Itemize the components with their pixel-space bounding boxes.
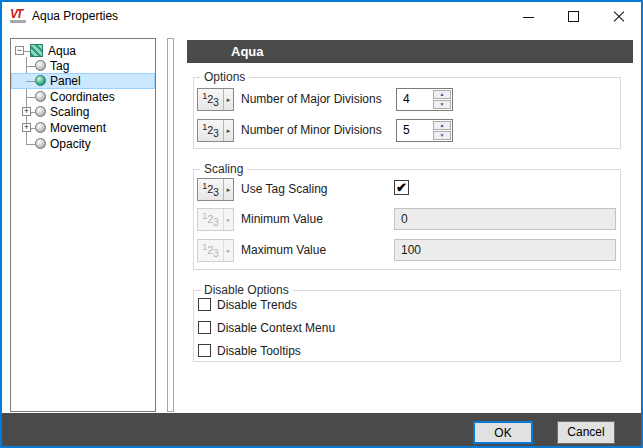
movement-node-icon	[35, 122, 46, 133]
123-icon: 123	[198, 120, 223, 141]
maximum-value-field: 100	[394, 239, 616, 261]
close-button[interactable]	[596, 2, 641, 31]
use-tag-scaling-checkbox[interactable]: ✔	[394, 180, 409, 195]
tag-node-icon	[35, 60, 46, 71]
checkbox-label: Disable Trends	[217, 294, 297, 317]
tree-item-panel[interactable]: Panel	[11, 73, 155, 89]
vt-logo-underline	[10, 20, 26, 23]
tree-splitter[interactable]	[167, 38, 174, 412]
disable-options-group: Disable Options Disable Trends Disable C…	[193, 290, 621, 362]
checkbox-label: Disable Context Menu	[217, 317, 335, 340]
spinner-value: 4	[403, 89, 410, 110]
field-label: Use Tag Scaling	[241, 178, 328, 201]
spinner-value: 5	[403, 120, 410, 141]
major-divisions-spinner[interactable]: 4 ▲ ▼	[396, 88, 453, 111]
field-label: Number of Minor Divisions	[241, 119, 382, 142]
tree-item-movement[interactable]: + Movement	[11, 120, 155, 136]
tree-connector	[26, 81, 35, 82]
field-value: 0	[395, 209, 615, 229]
tree-item-label: Opacity	[50, 136, 91, 152]
minimize-icon	[523, 17, 534, 18]
tree-item-label: Tag	[50, 58, 69, 74]
spin-up-icon[interactable]: ▲	[433, 121, 451, 130]
dropdown-arrow-icon: ▸	[223, 240, 233, 261]
expander-plus-icon[interactable]: +	[22, 123, 31, 132]
tree-connector	[26, 66, 35, 67]
dropdown-arrow-icon: ▸	[223, 89, 233, 110]
minimum-value-field: 0	[394, 208, 616, 230]
disable-context-menu-checkbox[interactable]	[198, 321, 211, 334]
dropdown-arrow-icon: ▸	[223, 179, 233, 200]
dropdown-arrow-icon: ▸	[223, 120, 233, 141]
tree-connector	[26, 97, 35, 98]
field-label: Minimum Value	[241, 208, 323, 231]
window-title: Aqua Properties	[32, 2, 118, 31]
minimize-button[interactable]	[506, 2, 551, 31]
field-label: Maximum Value	[241, 239, 326, 262]
property-tree: − Aqua Tag Panel Coordinates + Scaling	[10, 38, 156, 412]
checkbox-label: Disable Tooltips	[217, 340, 301, 363]
spinner-buttons: ▲ ▼	[433, 121, 451, 140]
group-title: Options	[200, 70, 249, 84]
options-group: Options 123 ▸ Number of Major Divisions …	[193, 77, 621, 149]
maximize-button[interactable]	[551, 2, 596, 31]
disable-trends-checkbox[interactable]	[198, 298, 211, 311]
field-label: Number of Major Divisions	[241, 88, 382, 111]
field-value: 100	[395, 240, 615, 260]
expression-toggle-button[interactable]: 123 ▸	[197, 119, 234, 142]
123-icon: 123	[198, 240, 223, 261]
opacity-node-icon	[35, 138, 46, 149]
tree-item-tag[interactable]: Tag	[11, 58, 155, 74]
titlebar: VT Aqua Properties	[2, 2, 641, 31]
expression-toggle-button[interactable]: 123 ▸	[197, 88, 234, 111]
scaling-node-icon	[35, 106, 46, 117]
maximize-icon	[568, 11, 579, 22]
cancel-button[interactable]: Cancel	[557, 421, 615, 444]
panel-header-bar: Aqua	[187, 40, 633, 63]
tree-item-opacity[interactable]: Opacity	[11, 136, 155, 152]
tree-connector	[26, 144, 35, 145]
tree-item-label: Panel	[50, 73, 81, 89]
scaling-group: Scaling 123 ▸ Use Tag Scaling ✔ 123 ▸ Mi…	[193, 169, 621, 270]
spin-up-icon[interactable]: ▲	[433, 90, 451, 99]
aqua-properties-dialog: VT Aqua Properties − Aqua Tag Panel	[0, 0, 643, 448]
123-icon: 123	[198, 209, 223, 230]
expression-toggle-button[interactable]: 123 ▸	[197, 178, 234, 201]
coordinates-node-icon	[35, 91, 46, 102]
expander-plus-icon[interactable]: +	[22, 107, 31, 116]
tree-item-aqua-root[interactable]: − Aqua	[11, 43, 155, 59]
disable-tooltips-checkbox[interactable]	[198, 344, 211, 357]
tree-item-label: Aqua	[48, 43, 76, 59]
dialog-footer: OK Cancel	[2, 413, 641, 446]
minor-divisions-spinner[interactable]: 5 ▲ ▼	[396, 119, 453, 142]
123-icon: 123	[198, 179, 223, 200]
tree-item-coordinates[interactable]: Coordinates	[11, 89, 155, 105]
expression-toggle-button-disabled: 123 ▸	[197, 208, 234, 231]
vt-app-icon: VT	[10, 7, 28, 25]
spin-down-icon[interactable]: ▼	[433, 131, 451, 140]
aqua-tag-icon	[30, 44, 43, 57]
123-icon: 123	[198, 89, 223, 110]
panel-header-title: Aqua	[187, 40, 633, 63]
spin-down-icon[interactable]: ▼	[433, 100, 451, 109]
spinner-buttons: ▲ ▼	[433, 90, 451, 109]
tree-item-label: Movement	[50, 120, 106, 136]
expander-minus-icon[interactable]: −	[15, 46, 24, 55]
expression-toggle-button-disabled: 123 ▸	[197, 239, 234, 262]
dropdown-arrow-icon: ▸	[223, 209, 233, 230]
vt-logo-text: VT	[10, 7, 21, 21]
panel-node-icon	[35, 75, 46, 86]
tree-item-label: Scaling	[50, 104, 89, 120]
ok-button[interactable]: OK	[473, 421, 533, 444]
tree-item-scaling[interactable]: + Scaling	[11, 104, 155, 120]
group-title: Scaling	[200, 162, 247, 176]
tree-item-label: Coordinates	[50, 89, 115, 105]
